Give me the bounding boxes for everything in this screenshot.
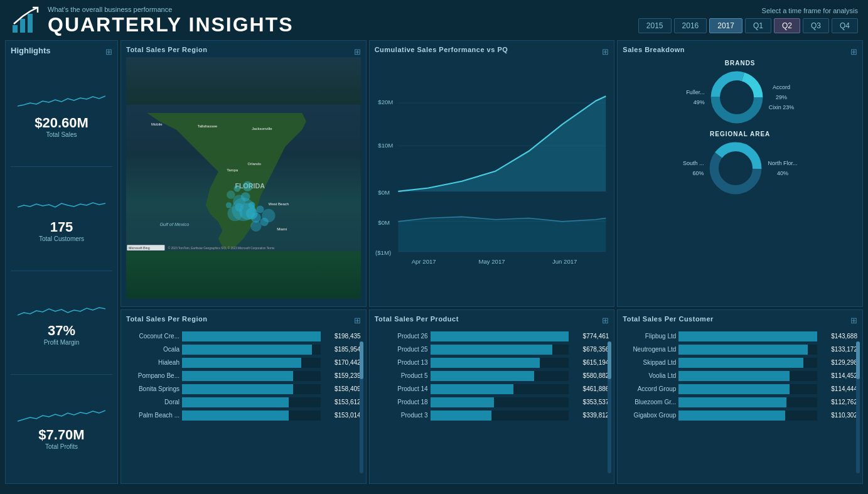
header: What's the overall business performance … bbox=[0, 0, 868, 38]
total-sales-label: Total Sales bbox=[46, 131, 77, 138]
highlight-profit-margin: 37% Profit Margin bbox=[11, 274, 112, 375]
svg-text:$10M: $10M bbox=[378, 142, 393, 149]
cumulative-panel-title: Cumulative Sales Performance vs PQ bbox=[375, 46, 508, 53]
regional-right-legend: North Flor... 40% bbox=[768, 158, 797, 178]
map-svg: Gulf of Mexico FLORIDA Mobile Tallahasse… bbox=[126, 57, 361, 299]
svg-point-26 bbox=[250, 221, 261, 232]
customer-bar-filter-icon[interactable]: ⊞ bbox=[850, 316, 857, 325]
highlights-filter-icon[interactable]: ⊞ bbox=[105, 47, 112, 56]
list-item: Skippad Ltd$129,298 bbox=[623, 358, 857, 368]
region-scrollbar[interactable] bbox=[360, 341, 363, 473]
list-item: Gigabox Group$110,302 bbox=[623, 411, 857, 421]
header-right: Select a time frame for analysis 2015 20… bbox=[638, 7, 858, 33]
map-container: Gulf of Mexico FLORIDA Mobile Tallahasse… bbox=[126, 57, 361, 299]
list-item: Product 18$353,537 bbox=[375, 397, 609, 407]
highlight-total-customers: 175 Total Customers bbox=[11, 169, 112, 271]
svg-point-52 bbox=[721, 154, 751, 183]
svg-text:Jacksonville: Jacksonville bbox=[252, 127, 272, 131]
svg-text:Tampa: Tampa bbox=[227, 168, 238, 172]
region-bar-filter-icon[interactable]: ⊞ bbox=[354, 316, 361, 325]
customer-bar-chart: Flipbug Ltd$143,688Neutrogena Ltd$133,17… bbox=[623, 331, 857, 421]
sparkline-total-profits bbox=[18, 405, 105, 424]
svg-rect-0 bbox=[13, 25, 18, 33]
list-item: Accord Group$114,444 bbox=[623, 384, 857, 394]
cumulative-panel: Cumulative Sales Performance vs PQ ⊞ $20… bbox=[369, 40, 615, 307]
svg-point-27 bbox=[242, 181, 252, 191]
q1-button[interactable]: Q1 bbox=[745, 18, 771, 33]
svg-rect-1 bbox=[20, 19, 25, 33]
list-item: Product 26$774,461 bbox=[375, 331, 609, 341]
map-filter-icon[interactable]: ⊞ bbox=[354, 47, 361, 56]
svg-point-17 bbox=[227, 206, 242, 221]
svg-point-25 bbox=[260, 218, 269, 226]
product-bar-chart: Product 26$774,461Product 25$678,356Prod… bbox=[375, 331, 609, 421]
breakdown-content: BRANDS Fuller... 49% Accord 29% bbox=[623, 57, 857, 196]
q2-button[interactable]: Q2 bbox=[774, 18, 800, 33]
svg-point-19 bbox=[257, 206, 264, 213]
header-title: QUARTERLY INSIGHTS bbox=[48, 14, 294, 35]
region-bar-panel: Total Sales Per Region ⊞ Coconut Cre...$… bbox=[121, 309, 367, 484]
region-bar-title: Total Sales Per Region bbox=[126, 315, 207, 323]
total-customers-value: 175 bbox=[50, 219, 73, 235]
svg-point-22 bbox=[249, 202, 255, 209]
svg-text:$20M: $20M bbox=[378, 99, 393, 105]
breakdown-panel-title: Sales Breakdown bbox=[623, 46, 685, 53]
customer-scrollbar-thumb bbox=[856, 341, 860, 379]
highlights-panel: Highlights ⊞ $20.60M Total Sales 175 Tot… bbox=[5, 40, 118, 484]
regional-donut-chart bbox=[707, 140, 764, 196]
time-select-label: Select a time frame for analysis bbox=[762, 7, 858, 14]
svg-point-29 bbox=[227, 191, 235, 199]
brands-chart-row: Fuller... 49% Accord 29% Cixin 23% bbox=[623, 69, 857, 126]
brands-right-legend: Accord 29% Cixin 23% bbox=[769, 82, 795, 113]
map-panel: Total Sales Per Region ⊞ Gulf of Mexico … bbox=[121, 40, 367, 307]
svg-point-21 bbox=[241, 192, 250, 201]
svg-text:Apr 2017: Apr 2017 bbox=[411, 258, 436, 265]
profit-margin-label: Profit Margin bbox=[44, 339, 80, 346]
year-2016-button[interactable]: 2016 bbox=[674, 18, 707, 33]
profit-margin-value: 37% bbox=[48, 323, 75, 339]
breakdown-filter-icon[interactable]: ⊞ bbox=[850, 47, 857, 56]
svg-text:Orlando: Orlando bbox=[248, 162, 262, 166]
list-item: Voolia Ltd$114,452 bbox=[623, 371, 857, 381]
svg-text:Gulf of Mexico: Gulf of Mexico bbox=[159, 222, 189, 227]
header-left: What's the overall business performance … bbox=[10, 5, 294, 35]
highlight-total-sales: $20.60M Total Sales bbox=[11, 65, 112, 167]
regional-left-legend: South ... 60% bbox=[683, 158, 704, 178]
customer-bar-panel: Total Sales Per Customer ⊞ Flipbug Ltd$1… bbox=[617, 309, 863, 484]
brands-label: BRANDS bbox=[623, 60, 857, 67]
product-bar-panel: Total Sales Per Product ⊞ Product 26$774… bbox=[369, 309, 615, 484]
total-sales-value: $20.60M bbox=[35, 115, 88, 131]
list-item: Hialeah$170,442 bbox=[126, 358, 361, 368]
list-item: Product 5$580,882 bbox=[375, 371, 609, 381]
customer-scrollbar[interactable] bbox=[856, 341, 860, 473]
header-controls: 2015 2016 2017 Q1 Q2 Q3 Q4 bbox=[638, 18, 858, 33]
svg-point-49 bbox=[722, 83, 751, 112]
header-subtitle: What's the overall business performance bbox=[48, 6, 294, 13]
q4-button[interactable]: Q4 bbox=[832, 18, 858, 33]
list-item: Ocala$185,954 bbox=[126, 345, 361, 355]
svg-text:May 2017: May 2017 bbox=[478, 258, 505, 265]
regional-label: REGIONAL AREA bbox=[623, 131, 857, 137]
year-2017-button[interactable]: 2017 bbox=[709, 18, 742, 33]
svg-text:Microsoft Bing: Microsoft Bing bbox=[129, 246, 150, 250]
list-item: Bonita Springs$158,409 bbox=[126, 384, 361, 394]
total-customers-label: Total Customers bbox=[39, 235, 84, 242]
q3-button[interactable]: Q3 bbox=[803, 18, 829, 33]
svg-text:$0M: $0M bbox=[378, 219, 390, 226]
year-2015-button[interactable]: 2015 bbox=[638, 18, 672, 33]
svg-text:West       Beach: West Beach bbox=[269, 202, 289, 206]
svg-text:Jun 2017: Jun 2017 bbox=[552, 258, 577, 265]
product-bar-filter-icon[interactable]: ⊞ bbox=[602, 316, 609, 325]
svg-point-28 bbox=[233, 185, 240, 192]
cumulative-chart-svg: $20M $10M $0M $0M ($1M) A bbox=[375, 57, 609, 299]
main-grid: Highlights ⊞ $20.60M Total Sales 175 Tot… bbox=[0, 38, 868, 486]
cumulative-filter-icon[interactable]: ⊞ bbox=[602, 47, 609, 56]
list-item: Coconut Cre...$198,435 bbox=[126, 331, 361, 341]
brands-section: BRANDS Fuller... 49% Accord 29% bbox=[623, 60, 857, 126]
breakdown-panel: Sales Breakdown ⊞ BRANDS Fuller... 49% bbox=[617, 40, 863, 307]
svg-text:Miami: Miami bbox=[277, 227, 287, 231]
product-scrollbar-thumb bbox=[608, 341, 611, 379]
logo-icon bbox=[10, 5, 40, 35]
product-scrollbar[interactable] bbox=[608, 341, 611, 473]
brands-left-legend: Fuller... 49% bbox=[686, 87, 705, 107]
